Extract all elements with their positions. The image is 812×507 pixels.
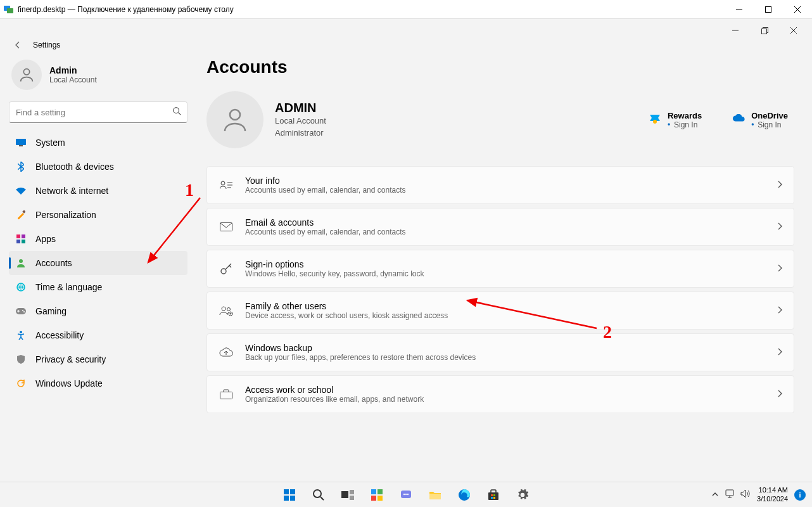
svg-point-35 <box>222 307 225 311</box>
sidebar-item-network-internet[interactable]: Network & internet <box>9 179 187 203</box>
chat-button[interactable] <box>393 482 419 508</box>
nav-label: Gaming <box>35 306 67 316</box>
start-button[interactable] <box>277 482 302 508</box>
card-family-other-users[interactable]: Family & other usersDevice access, work … <box>206 292 794 330</box>
network-icon[interactable] <box>725 489 735 500</box>
card-sign-in-options[interactable]: Sign-in optionsWindows Hello, security k… <box>206 250 794 288</box>
chevron-right-icon <box>777 221 782 233</box>
explorer-button[interactable] <box>422 482 448 508</box>
notifications-icon[interactable]: i <box>794 489 806 501</box>
settings-maximize-button[interactable] <box>750 23 779 38</box>
sidebar-item-windows-update[interactable]: Windows Update <box>9 371 187 395</box>
svg-point-55 <box>403 493 405 494</box>
svg-rect-16 <box>22 210 25 214</box>
taskbar-search-button[interactable] <box>306 482 331 508</box>
sidebar-item-bluetooth-devices[interactable]: Bluetooth & devices <box>9 155 187 179</box>
svg-rect-48 <box>350 490 354 494</box>
sidebar-item-time-language[interactable]: Time & language <box>9 275 187 299</box>
nav-label: Accessibility <box>35 330 84 340</box>
sidebar-user-sub: Local Account <box>49 75 97 84</box>
sidebar-item-accessibility[interactable]: Accessibility <box>9 323 187 347</box>
rewards-title: Rewards <box>668 111 702 120</box>
taskbar-date: 3/10/2024 <box>757 495 788 503</box>
onedrive-link[interactable]: Sign In <box>751 120 788 129</box>
svg-point-12 <box>174 108 179 113</box>
svg-rect-18 <box>22 234 25 238</box>
svg-point-34 <box>221 269 226 274</box>
nav-label: Bluetooth & devices <box>35 162 114 172</box>
svg-rect-49 <box>350 496 354 500</box>
svg-point-29 <box>221 181 225 185</box>
chevron-right-icon <box>777 263 782 274</box>
rdp-minimize-button[interactable] <box>725 0 754 19</box>
search-box[interactable] <box>9 101 187 123</box>
nav-icon <box>15 161 27 172</box>
svg-rect-64 <box>491 497 493 499</box>
svg-rect-44 <box>290 496 295 501</box>
svg-rect-47 <box>341 491 348 498</box>
volume-icon[interactable] <box>740 489 751 500</box>
nav-label: Privacy & security <box>35 354 106 364</box>
settings-taskbar-button[interactable] <box>510 482 535 508</box>
person-card-icon <box>219 180 234 190</box>
store-button[interactable] <box>481 482 506 508</box>
search-input[interactable] <box>9 101 187 123</box>
sidebar-item-system[interactable]: System <box>9 131 187 155</box>
nav-icon <box>15 354 27 365</box>
svg-rect-61 <box>491 490 496 493</box>
rdp-maximize-button[interactable] <box>754 0 783 19</box>
card-windows-backup[interactable]: Windows backupBack up your files, apps, … <box>206 333 794 371</box>
card-title: Email & accounts <box>245 217 405 228</box>
nav-icon <box>15 378 27 389</box>
sidebar-item-gaming[interactable]: Gaming <box>9 299 187 323</box>
sidebar-item-privacy-security[interactable]: Privacy & security <box>9 347 187 371</box>
sidebar-item-personalization[interactable]: Personalization <box>9 203 187 227</box>
settings-close-button[interactable] <box>779 23 808 38</box>
sidebar-user-block[interactable]: Admin Local Account <box>9 57 187 101</box>
chevron-right-icon <box>777 305 782 316</box>
chevron-right-icon <box>777 347 782 358</box>
svg-rect-14 <box>16 139 26 145</box>
content-area: Accounts ADMIN Local Account Administrat… <box>196 55 812 482</box>
nav-label: Personalization <box>35 210 96 220</box>
svg-point-21 <box>19 259 23 263</box>
card-title: Your info <box>245 176 405 186</box>
rewards-link[interactable]: Sign In <box>668 120 702 129</box>
chevron-right-icon <box>777 388 782 400</box>
nav-icon <box>15 305 27 317</box>
nav-icon <box>15 233 27 245</box>
card-email-accounts[interactable]: Email & accountsAccounts used by email, … <box>206 208 794 246</box>
taskbar-clock[interactable]: 10:14 AM 3/10/2024 <box>757 486 788 503</box>
briefcase-icon <box>219 389 234 399</box>
card-access-work-or-school[interactable]: Access work or schoolOrganization resour… <box>206 375 794 413</box>
card-title: Windows backup <box>245 343 476 353</box>
svg-rect-66 <box>726 490 733 496</box>
widgets-button[interactable] <box>364 482 390 508</box>
onedrive-block[interactable]: OneDrive Sign In <box>732 111 788 129</box>
people-icon <box>219 305 234 316</box>
sidebar-item-apps[interactable]: Apps <box>9 227 187 251</box>
settings-window-controls <box>0 19 812 35</box>
svg-point-45 <box>314 490 321 497</box>
svg-point-11 <box>23 69 29 75</box>
back-button[interactable] <box>11 41 24 49</box>
nav-label: Network & internet <box>35 186 108 196</box>
task-view-button[interactable] <box>335 482 360 508</box>
edge-button[interactable] <box>452 482 477 508</box>
svg-rect-53 <box>377 496 383 501</box>
svg-rect-43 <box>284 496 289 501</box>
nav-label: System <box>35 138 65 148</box>
svg-rect-1 <box>7 8 13 13</box>
card-your-info[interactable]: Your infoAccounts used by email, calenda… <box>206 166 794 204</box>
avatar-large-icon <box>206 91 263 148</box>
svg-rect-51 <box>377 489 383 494</box>
sidebar-item-accounts[interactable]: Accounts <box>9 251 187 275</box>
settings-minimize-button[interactable] <box>721 23 750 38</box>
onedrive-title: OneDrive <box>751 111 788 120</box>
rdp-icon <box>4 4 14 15</box>
nav-label: Time & language <box>35 282 102 292</box>
rewards-block[interactable]: Rewards Sign In <box>649 111 702 129</box>
rdp-close-button[interactable] <box>783 0 812 19</box>
tray-chevron-icon[interactable] <box>711 489 719 501</box>
svg-rect-38 <box>220 392 232 399</box>
